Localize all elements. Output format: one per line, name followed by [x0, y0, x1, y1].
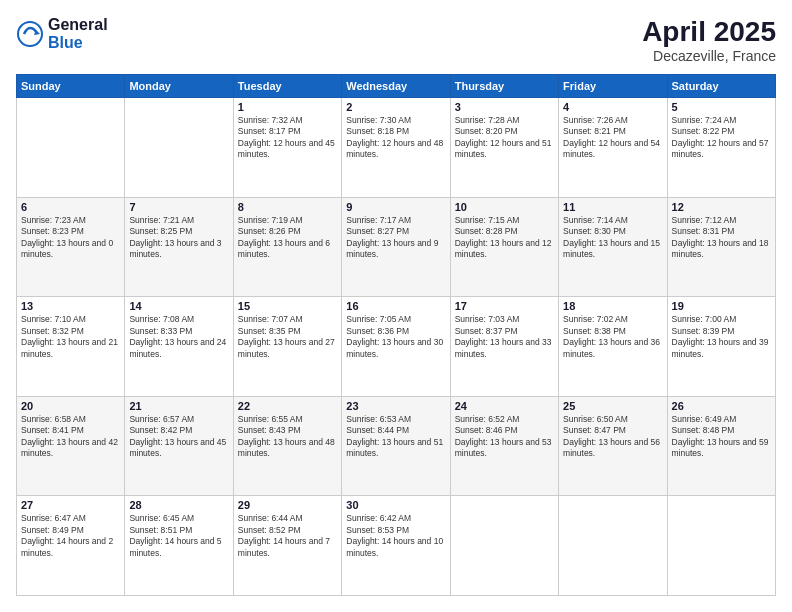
day-info: Sunrise: 7:02 AMSunset: 8:38 PMDaylight:…: [563, 314, 662, 360]
day-info: Sunrise: 7:14 AMSunset: 8:30 PMDaylight:…: [563, 215, 662, 261]
table-row: [450, 496, 558, 596]
day-number: 22: [238, 400, 337, 412]
col-monday: Monday: [125, 75, 233, 98]
table-row: 17Sunrise: 7:03 AMSunset: 8:37 PMDayligh…: [450, 297, 558, 397]
day-info: Sunrise: 7:19 AMSunset: 8:26 PMDaylight:…: [238, 215, 337, 261]
col-wednesday: Wednesday: [342, 75, 450, 98]
table-row: 8Sunrise: 7:19 AMSunset: 8:26 PMDaylight…: [233, 197, 341, 297]
day-info: Sunrise: 7:12 AMSunset: 8:31 PMDaylight:…: [672, 215, 771, 261]
day-info: Sunrise: 6:55 AMSunset: 8:43 PMDaylight:…: [238, 414, 337, 460]
table-row: 9Sunrise: 7:17 AMSunset: 8:27 PMDaylight…: [342, 197, 450, 297]
table-row: 27Sunrise: 6:47 AMSunset: 8:49 PMDayligh…: [17, 496, 125, 596]
day-info: Sunrise: 7:08 AMSunset: 8:33 PMDaylight:…: [129, 314, 228, 360]
table-row: 30Sunrise: 6:42 AMSunset: 8:53 PMDayligh…: [342, 496, 450, 596]
col-sunday: Sunday: [17, 75, 125, 98]
table-row: 19Sunrise: 7:00 AMSunset: 8:39 PMDayligh…: [667, 297, 775, 397]
table-row: 20Sunrise: 6:58 AMSunset: 8:41 PMDayligh…: [17, 396, 125, 496]
day-info: Sunrise: 7:05 AMSunset: 8:36 PMDaylight:…: [346, 314, 445, 360]
day-info: Sunrise: 6:52 AMSunset: 8:46 PMDaylight:…: [455, 414, 554, 460]
day-number: 25: [563, 400, 662, 412]
table-row: [667, 496, 775, 596]
table-row: 21Sunrise: 6:57 AMSunset: 8:42 PMDayligh…: [125, 396, 233, 496]
table-row: 11Sunrise: 7:14 AMSunset: 8:30 PMDayligh…: [559, 197, 667, 297]
table-row: 24Sunrise: 6:52 AMSunset: 8:46 PMDayligh…: [450, 396, 558, 496]
day-number: 15: [238, 300, 337, 312]
day-info: Sunrise: 6:58 AMSunset: 8:41 PMDaylight:…: [21, 414, 120, 460]
day-number: 4: [563, 101, 662, 113]
day-number: 29: [238, 499, 337, 511]
day-number: 8: [238, 201, 337, 213]
day-info: Sunrise: 6:57 AMSunset: 8:42 PMDaylight:…: [129, 414, 228, 460]
day-info: Sunrise: 6:44 AMSunset: 8:52 PMDaylight:…: [238, 513, 337, 559]
day-info: Sunrise: 7:32 AMSunset: 8:17 PMDaylight:…: [238, 115, 337, 161]
day-number: 19: [672, 300, 771, 312]
day-info: Sunrise: 6:45 AMSunset: 8:51 PMDaylight:…: [129, 513, 228, 559]
day-number: 7: [129, 201, 228, 213]
calendar-week-row: 1Sunrise: 7:32 AMSunset: 8:17 PMDaylight…: [17, 98, 776, 198]
day-number: 1: [238, 101, 337, 113]
table-row: [559, 496, 667, 596]
calendar-week-row: 20Sunrise: 6:58 AMSunset: 8:41 PMDayligh…: [17, 396, 776, 496]
day-number: 13: [21, 300, 120, 312]
page: GeneralBlue April 2025 Decazeville, Fran…: [0, 0, 792, 612]
table-row: 25Sunrise: 6:50 AMSunset: 8:47 PMDayligh…: [559, 396, 667, 496]
day-number: 30: [346, 499, 445, 511]
day-info: Sunrise: 7:10 AMSunset: 8:32 PMDaylight:…: [21, 314, 120, 360]
table-row: 1Sunrise: 7:32 AMSunset: 8:17 PMDaylight…: [233, 98, 341, 198]
table-row: 5Sunrise: 7:24 AMSunset: 8:22 PMDaylight…: [667, 98, 775, 198]
day-number: 23: [346, 400, 445, 412]
day-info: Sunrise: 6:42 AMSunset: 8:53 PMDaylight:…: [346, 513, 445, 559]
day-info: Sunrise: 7:23 AMSunset: 8:23 PMDaylight:…: [21, 215, 120, 261]
logo: GeneralBlue: [16, 16, 108, 52]
calendar-week-row: 6Sunrise: 7:23 AMSunset: 8:23 PMDaylight…: [17, 197, 776, 297]
month-title: April 2025: [642, 16, 776, 48]
logo-text: GeneralBlue: [48, 16, 108, 52]
col-thursday: Thursday: [450, 75, 558, 98]
day-number: 27: [21, 499, 120, 511]
day-number: 20: [21, 400, 120, 412]
table-row: 6Sunrise: 7:23 AMSunset: 8:23 PMDaylight…: [17, 197, 125, 297]
col-friday: Friday: [559, 75, 667, 98]
table-row: 7Sunrise: 7:21 AMSunset: 8:25 PMDaylight…: [125, 197, 233, 297]
day-info: Sunrise: 7:28 AMSunset: 8:20 PMDaylight:…: [455, 115, 554, 161]
table-row: 26Sunrise: 6:49 AMSunset: 8:48 PMDayligh…: [667, 396, 775, 496]
day-number: 6: [21, 201, 120, 213]
day-number: 28: [129, 499, 228, 511]
table-row: 29Sunrise: 6:44 AMSunset: 8:52 PMDayligh…: [233, 496, 341, 596]
table-row: 16Sunrise: 7:05 AMSunset: 8:36 PMDayligh…: [342, 297, 450, 397]
day-info: Sunrise: 7:03 AMSunset: 8:37 PMDaylight:…: [455, 314, 554, 360]
col-tuesday: Tuesday: [233, 75, 341, 98]
table-row: 10Sunrise: 7:15 AMSunset: 8:28 PMDayligh…: [450, 197, 558, 297]
day-number: 10: [455, 201, 554, 213]
day-number: 5: [672, 101, 771, 113]
table-row: 13Sunrise: 7:10 AMSunset: 8:32 PMDayligh…: [17, 297, 125, 397]
day-number: 14: [129, 300, 228, 312]
table-row: [17, 98, 125, 198]
calendar-week-row: 27Sunrise: 6:47 AMSunset: 8:49 PMDayligh…: [17, 496, 776, 596]
table-row: 3Sunrise: 7:28 AMSunset: 8:20 PMDaylight…: [450, 98, 558, 198]
table-row: 23Sunrise: 6:53 AMSunset: 8:44 PMDayligh…: [342, 396, 450, 496]
day-number: 16: [346, 300, 445, 312]
table-row: 22Sunrise: 6:55 AMSunset: 8:43 PMDayligh…: [233, 396, 341, 496]
day-info: Sunrise: 7:30 AMSunset: 8:18 PMDaylight:…: [346, 115, 445, 161]
day-info: Sunrise: 7:26 AMSunset: 8:21 PMDaylight:…: [563, 115, 662, 161]
day-info: Sunrise: 7:07 AMSunset: 8:35 PMDaylight:…: [238, 314, 337, 360]
day-info: Sunrise: 6:47 AMSunset: 8:49 PMDaylight:…: [21, 513, 120, 559]
table-row: 14Sunrise: 7:08 AMSunset: 8:33 PMDayligh…: [125, 297, 233, 397]
day-info: Sunrise: 7:17 AMSunset: 8:27 PMDaylight:…: [346, 215, 445, 261]
col-saturday: Saturday: [667, 75, 775, 98]
title-section: April 2025 Decazeville, France: [642, 16, 776, 64]
header: GeneralBlue April 2025 Decazeville, Fran…: [16, 16, 776, 64]
day-info: Sunrise: 6:53 AMSunset: 8:44 PMDaylight:…: [346, 414, 445, 460]
day-number: 24: [455, 400, 554, 412]
day-number: 2: [346, 101, 445, 113]
location: Decazeville, France: [642, 48, 776, 64]
day-info: Sunrise: 6:49 AMSunset: 8:48 PMDaylight:…: [672, 414, 771, 460]
calendar-header-row: Sunday Monday Tuesday Wednesday Thursday…: [17, 75, 776, 98]
table-row: [125, 98, 233, 198]
logo-icon: [16, 20, 44, 48]
table-row: 18Sunrise: 7:02 AMSunset: 8:38 PMDayligh…: [559, 297, 667, 397]
table-row: 28Sunrise: 6:45 AMSunset: 8:51 PMDayligh…: [125, 496, 233, 596]
day-info: Sunrise: 7:15 AMSunset: 8:28 PMDaylight:…: [455, 215, 554, 261]
day-number: 26: [672, 400, 771, 412]
